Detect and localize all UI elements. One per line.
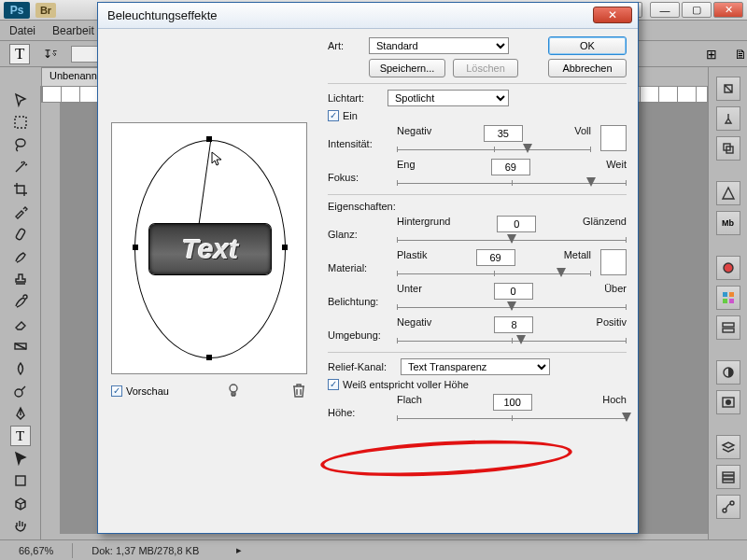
tool-preset-icon[interactable]: T bbox=[9, 44, 30, 64]
dialog-close-button[interactable]: ✕ bbox=[593, 7, 632, 23]
bridge-badge[interactable]: Br bbox=[35, 3, 56, 18]
history-brush-tool[interactable] bbox=[10, 291, 31, 312]
svg-rect-21 bbox=[723, 476, 734, 479]
gloss-slider[interactable] bbox=[397, 232, 627, 245]
adjust-panel-icon[interactable] bbox=[716, 360, 740, 385]
3d-tool[interactable] bbox=[10, 493, 31, 513]
marquee-tool[interactable] bbox=[10, 112, 31, 133]
material-value-field[interactable] bbox=[476, 249, 515, 266]
status-expand-icon[interactable]: ▸ bbox=[236, 544, 242, 556]
dialog-titlebar[interactable]: Beleuchtungseffekte ✕ bbox=[98, 3, 638, 29]
status-bar: 66,67% Dok: 1,37 MB/278,8 KB ▸ bbox=[0, 539, 747, 560]
hand-tool[interactable] bbox=[10, 515, 31, 536]
ellipse-handle-w[interactable] bbox=[133, 245, 138, 250]
height-value-field[interactable] bbox=[493, 394, 532, 411]
brush-tool[interactable] bbox=[10, 246, 31, 267]
healing-tool[interactable] bbox=[10, 224, 31, 245]
checkmark-icon bbox=[328, 379, 339, 390]
exposure-label: Belichtung: bbox=[328, 283, 388, 307]
ellipse-handle-s[interactable] bbox=[206, 355, 212, 360]
document-tab[interactable]: Unbenann bbox=[41, 67, 106, 86]
ellipse-handle-e[interactable] bbox=[282, 245, 288, 250]
eyedropper-tool[interactable] bbox=[10, 202, 31, 222]
screen-mode-icon[interactable]: ⊞ bbox=[706, 47, 721, 62]
light-type-combo[interactable]: Spotlicht bbox=[388, 90, 509, 106]
svg-rect-20 bbox=[723, 472, 734, 475]
texture-channel-combo[interactable]: Text Transparenz bbox=[401, 358, 550, 375]
focus-label: Fokus: bbox=[328, 159, 388, 183]
gloss-value-field[interactable] bbox=[497, 216, 536, 232]
cancel-button[interactable]: Abbrechen bbox=[548, 59, 627, 77]
eraser-tool[interactable] bbox=[10, 314, 31, 334]
pen-tool[interactable] bbox=[10, 403, 31, 424]
preview-checkbox[interactable]: Vorschau bbox=[111, 385, 169, 397]
intensity-slider[interactable] bbox=[397, 142, 591, 155]
shape-tool[interactable] bbox=[10, 470, 31, 491]
material-slider[interactable] bbox=[397, 266, 591, 279]
svg-point-25 bbox=[230, 385, 237, 392]
arrange-docs-icon[interactable]: 🗎 bbox=[734, 47, 747, 62]
crop-tool[interactable] bbox=[10, 179, 31, 200]
delete-style-button[interactable]: Löschen bbox=[453, 59, 518, 77]
channels-panel-icon[interactable] bbox=[716, 465, 740, 489]
style-label: Art: bbox=[328, 40, 361, 51]
lightbulb-icon[interactable] bbox=[225, 382, 242, 400]
intensity-value-field[interactable] bbox=[484, 125, 523, 142]
exposure-slider[interactable] bbox=[397, 300, 627, 313]
history-panel-icon[interactable] bbox=[716, 77, 740, 101]
move-tool[interactable] bbox=[10, 90, 31, 110]
stamp-tool[interactable] bbox=[10, 269, 31, 289]
swatches-panel-icon[interactable] bbox=[716, 286, 740, 310]
height-slider[interactable] bbox=[397, 411, 627, 424]
exposure-right-label: Über bbox=[604, 283, 627, 300]
ambience-value-field[interactable] bbox=[494, 316, 533, 333]
dodge-tool[interactable] bbox=[10, 381, 31, 401]
exposure-left-label: Unter bbox=[397, 283, 422, 300]
type-tool[interactable]: T bbox=[10, 426, 31, 446]
intensity-color-swatch[interactable] bbox=[600, 125, 627, 151]
paths-panel-icon[interactable] bbox=[716, 495, 740, 519]
style-combo[interactable]: Standard bbox=[369, 37, 509, 54]
preview-checkbox-label: Vorschau bbox=[126, 385, 169, 397]
focus-right-label: Weit bbox=[606, 159, 627, 175]
menu-file[interactable]: Datei bbox=[9, 24, 35, 37]
app-close-button[interactable]: ✕ bbox=[713, 2, 743, 18]
doc-size-info[interactable]: Dok: 1,37 MB/278,8 KB bbox=[92, 545, 199, 556]
color-panel-icon[interactable] bbox=[716, 256, 740, 280]
ambience-slider[interactable] bbox=[397, 333, 627, 346]
blur-tool[interactable] bbox=[10, 358, 31, 379]
app-maximize-button[interactable]: ▢ bbox=[682, 2, 712, 18]
orientation-toggle-icon[interactable]: ↧⸉ bbox=[43, 48, 58, 61]
preview-box[interactable]: Text bbox=[111, 122, 307, 374]
preview-render: Text bbox=[149, 224, 271, 274]
layers-panel-icon[interactable] bbox=[716, 435, 740, 459]
brush-panel-icon[interactable] bbox=[716, 106, 740, 131]
white-is-high-checkbox[interactable]: Weiß entspricht voller Höhe bbox=[328, 379, 627, 390]
focus-slider[interactable] bbox=[397, 175, 627, 189]
save-style-button[interactable]: Speichern... bbox=[369, 59, 445, 77]
light-on-checkbox[interactable]: Ein bbox=[328, 110, 627, 121]
svg-point-1 bbox=[16, 139, 25, 147]
clone-panel-icon[interactable] bbox=[716, 136, 740, 161]
zoom-level[interactable]: 66,67% bbox=[19, 545, 53, 556]
nav-panel-icon[interactable] bbox=[716, 181, 740, 205]
svg-rect-13 bbox=[723, 299, 727, 303]
material-color-swatch[interactable] bbox=[600, 249, 627, 275]
gradient-tool[interactable] bbox=[10, 336, 31, 357]
masks-panel-icon[interactable] bbox=[716, 390, 740, 414]
checkmark-icon bbox=[328, 110, 339, 121]
lasso-tool[interactable] bbox=[10, 134, 31, 155]
styles-panel-icon[interactable] bbox=[716, 315, 740, 340]
ok-button[interactable]: OK bbox=[548, 36, 627, 55]
tools-panel: T bbox=[0, 86, 41, 560]
trash-icon[interactable] bbox=[290, 382, 307, 400]
exposure-value-field[interactable] bbox=[494, 283, 533, 300]
menu-edit[interactable]: Bearbeit bbox=[52, 24, 94, 37]
focus-value-field[interactable] bbox=[491, 159, 530, 175]
mb-panel-icon[interactable]: Mb bbox=[716, 211, 740, 235]
app-minimize-button[interactable]: — bbox=[650, 2, 680, 18]
path-select-tool[interactable] bbox=[10, 448, 31, 469]
wand-tool[interactable] bbox=[10, 157, 31, 177]
cursor-icon bbox=[211, 151, 224, 170]
svg-rect-5 bbox=[16, 476, 25, 485]
